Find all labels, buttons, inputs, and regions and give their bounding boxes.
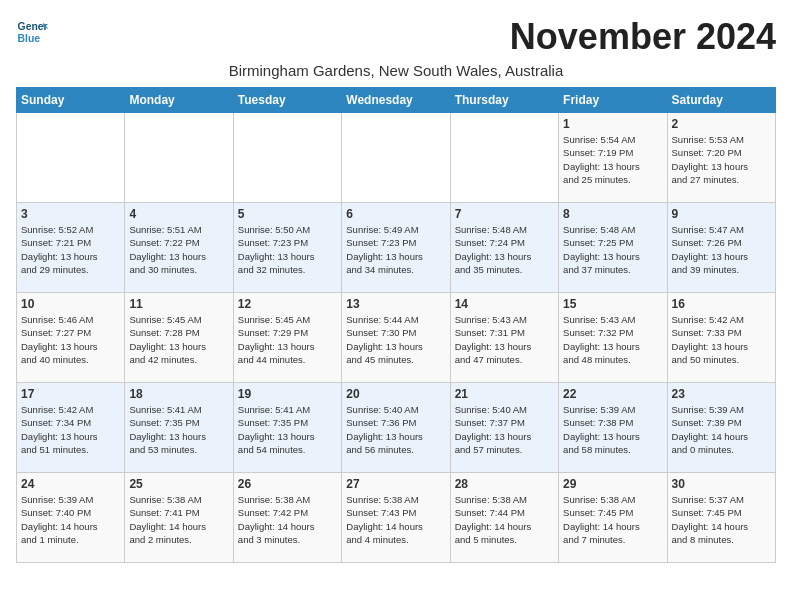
day-info: Sunrise: 5:49 AM Sunset: 7:23 PM Dayligh…: [346, 223, 445, 276]
day-info: Sunrise: 5:48 AM Sunset: 7:25 PM Dayligh…: [563, 223, 662, 276]
day-number: 30: [672, 477, 771, 491]
logo-icon: General Blue: [16, 16, 48, 48]
day-info: Sunrise: 5:45 AM Sunset: 7:29 PM Dayligh…: [238, 313, 337, 366]
day-number: 26: [238, 477, 337, 491]
calendar-day-cell: 25Sunrise: 5:38 AM Sunset: 7:41 PM Dayli…: [125, 473, 233, 563]
day-number: 3: [21, 207, 120, 221]
calendar-day-cell: 17Sunrise: 5:42 AM Sunset: 7:34 PM Dayli…: [17, 383, 125, 473]
location-subtitle: Birmingham Gardens, New South Wales, Aus…: [16, 62, 776, 79]
calendar-day-cell: 20Sunrise: 5:40 AM Sunset: 7:36 PM Dayli…: [342, 383, 450, 473]
calendar-day-cell: 28Sunrise: 5:38 AM Sunset: 7:44 PM Dayli…: [450, 473, 558, 563]
day-number: 11: [129, 297, 228, 311]
day-number: 14: [455, 297, 554, 311]
weekday-header-cell: Friday: [559, 88, 667, 113]
day-number: 13: [346, 297, 445, 311]
day-number: 9: [672, 207, 771, 221]
calendar-day-cell: 22Sunrise: 5:39 AM Sunset: 7:38 PM Dayli…: [559, 383, 667, 473]
calendar-day-cell: [342, 113, 450, 203]
day-info: Sunrise: 5:51 AM Sunset: 7:22 PM Dayligh…: [129, 223, 228, 276]
day-number: 6: [346, 207, 445, 221]
day-number: 19: [238, 387, 337, 401]
day-info: Sunrise: 5:38 AM Sunset: 7:45 PM Dayligh…: [563, 493, 662, 546]
day-info: Sunrise: 5:39 AM Sunset: 7:38 PM Dayligh…: [563, 403, 662, 456]
svg-text:Blue: Blue: [18, 33, 41, 44]
calendar-day-cell: 3Sunrise: 5:52 AM Sunset: 7:21 PM Daylig…: [17, 203, 125, 293]
day-info: Sunrise: 5:45 AM Sunset: 7:28 PM Dayligh…: [129, 313, 228, 366]
day-info: Sunrise: 5:41 AM Sunset: 7:35 PM Dayligh…: [129, 403, 228, 456]
day-info: Sunrise: 5:43 AM Sunset: 7:32 PM Dayligh…: [563, 313, 662, 366]
day-info: Sunrise: 5:53 AM Sunset: 7:20 PM Dayligh…: [672, 133, 771, 186]
calendar-day-cell: 11Sunrise: 5:45 AM Sunset: 7:28 PM Dayli…: [125, 293, 233, 383]
calendar-day-cell: 12Sunrise: 5:45 AM Sunset: 7:29 PM Dayli…: [233, 293, 341, 383]
weekday-header-cell: Saturday: [667, 88, 775, 113]
calendar-day-cell: 27Sunrise: 5:38 AM Sunset: 7:43 PM Dayli…: [342, 473, 450, 563]
page-header: General Blue November 2024: [16, 16, 776, 58]
day-info: Sunrise: 5:43 AM Sunset: 7:31 PM Dayligh…: [455, 313, 554, 366]
day-number: 4: [129, 207, 228, 221]
day-info: Sunrise: 5:40 AM Sunset: 7:36 PM Dayligh…: [346, 403, 445, 456]
weekday-header-cell: Monday: [125, 88, 233, 113]
day-info: Sunrise: 5:52 AM Sunset: 7:21 PM Dayligh…: [21, 223, 120, 276]
calendar-day-cell: 29Sunrise: 5:38 AM Sunset: 7:45 PM Dayli…: [559, 473, 667, 563]
day-number: 24: [21, 477, 120, 491]
weekday-header-cell: Sunday: [17, 88, 125, 113]
calendar-day-cell: 10Sunrise: 5:46 AM Sunset: 7:27 PM Dayli…: [17, 293, 125, 383]
day-info: Sunrise: 5:39 AM Sunset: 7:40 PM Dayligh…: [21, 493, 120, 546]
calendar-day-cell: 14Sunrise: 5:43 AM Sunset: 7:31 PM Dayli…: [450, 293, 558, 383]
day-number: 1: [563, 117, 662, 131]
calendar-day-cell: 6Sunrise: 5:49 AM Sunset: 7:23 PM Daylig…: [342, 203, 450, 293]
calendar-day-cell: [125, 113, 233, 203]
day-info: Sunrise: 5:48 AM Sunset: 7:24 PM Dayligh…: [455, 223, 554, 276]
day-number: 12: [238, 297, 337, 311]
calendar-day-cell: 4Sunrise: 5:51 AM Sunset: 7:22 PM Daylig…: [125, 203, 233, 293]
day-number: 22: [563, 387, 662, 401]
calendar-day-cell: 18Sunrise: 5:41 AM Sunset: 7:35 PM Dayli…: [125, 383, 233, 473]
calendar-day-cell: 26Sunrise: 5:38 AM Sunset: 7:42 PM Dayli…: [233, 473, 341, 563]
month-title: November 2024: [510, 16, 776, 58]
calendar-day-cell: 19Sunrise: 5:41 AM Sunset: 7:35 PM Dayli…: [233, 383, 341, 473]
day-info: Sunrise: 5:38 AM Sunset: 7:41 PM Dayligh…: [129, 493, 228, 546]
day-number: 18: [129, 387, 228, 401]
day-info: Sunrise: 5:38 AM Sunset: 7:44 PM Dayligh…: [455, 493, 554, 546]
calendar-day-cell: 8Sunrise: 5:48 AM Sunset: 7:25 PM Daylig…: [559, 203, 667, 293]
calendar-body: 1Sunrise: 5:54 AM Sunset: 7:19 PM Daylig…: [17, 113, 776, 563]
calendar-day-cell: [233, 113, 341, 203]
calendar-day-cell: 5Sunrise: 5:50 AM Sunset: 7:23 PM Daylig…: [233, 203, 341, 293]
day-info: Sunrise: 5:47 AM Sunset: 7:26 PM Dayligh…: [672, 223, 771, 276]
day-number: 27: [346, 477, 445, 491]
day-number: 2: [672, 117, 771, 131]
calendar-day-cell: 2Sunrise: 5:53 AM Sunset: 7:20 PM Daylig…: [667, 113, 775, 203]
calendar-day-cell: 24Sunrise: 5:39 AM Sunset: 7:40 PM Dayli…: [17, 473, 125, 563]
calendar-day-cell: 7Sunrise: 5:48 AM Sunset: 7:24 PM Daylig…: [450, 203, 558, 293]
logo: General Blue: [16, 16, 48, 48]
day-info: Sunrise: 5:39 AM Sunset: 7:39 PM Dayligh…: [672, 403, 771, 456]
day-number: 15: [563, 297, 662, 311]
day-info: Sunrise: 5:37 AM Sunset: 7:45 PM Dayligh…: [672, 493, 771, 546]
day-number: 8: [563, 207, 662, 221]
day-number: 25: [129, 477, 228, 491]
day-number: 10: [21, 297, 120, 311]
day-info: Sunrise: 5:42 AM Sunset: 7:33 PM Dayligh…: [672, 313, 771, 366]
day-info: Sunrise: 5:50 AM Sunset: 7:23 PM Dayligh…: [238, 223, 337, 276]
calendar-week-row: 10Sunrise: 5:46 AM Sunset: 7:27 PM Dayli…: [17, 293, 776, 383]
day-number: 5: [238, 207, 337, 221]
day-info: Sunrise: 5:42 AM Sunset: 7:34 PM Dayligh…: [21, 403, 120, 456]
day-info: Sunrise: 5:38 AM Sunset: 7:42 PM Dayligh…: [238, 493, 337, 546]
day-number: 29: [563, 477, 662, 491]
calendar-week-row: 1Sunrise: 5:54 AM Sunset: 7:19 PM Daylig…: [17, 113, 776, 203]
weekday-header-cell: Thursday: [450, 88, 558, 113]
calendar-day-cell: 9Sunrise: 5:47 AM Sunset: 7:26 PM Daylig…: [667, 203, 775, 293]
calendar-week-row: 17Sunrise: 5:42 AM Sunset: 7:34 PM Dayli…: [17, 383, 776, 473]
calendar-day-cell: 1Sunrise: 5:54 AM Sunset: 7:19 PM Daylig…: [559, 113, 667, 203]
calendar-week-row: 24Sunrise: 5:39 AM Sunset: 7:40 PM Dayli…: [17, 473, 776, 563]
calendar-day-cell: 16Sunrise: 5:42 AM Sunset: 7:33 PM Dayli…: [667, 293, 775, 383]
day-info: Sunrise: 5:38 AM Sunset: 7:43 PM Dayligh…: [346, 493, 445, 546]
day-number: 16: [672, 297, 771, 311]
calendar-day-cell: [450, 113, 558, 203]
day-info: Sunrise: 5:41 AM Sunset: 7:35 PM Dayligh…: [238, 403, 337, 456]
calendar-day-cell: 23Sunrise: 5:39 AM Sunset: 7:39 PM Dayli…: [667, 383, 775, 473]
calendar-day-cell: 13Sunrise: 5:44 AM Sunset: 7:30 PM Dayli…: [342, 293, 450, 383]
calendar-day-cell: 15Sunrise: 5:43 AM Sunset: 7:32 PM Dayli…: [559, 293, 667, 383]
calendar-day-cell: 21Sunrise: 5:40 AM Sunset: 7:37 PM Dayli…: [450, 383, 558, 473]
day-number: 17: [21, 387, 120, 401]
